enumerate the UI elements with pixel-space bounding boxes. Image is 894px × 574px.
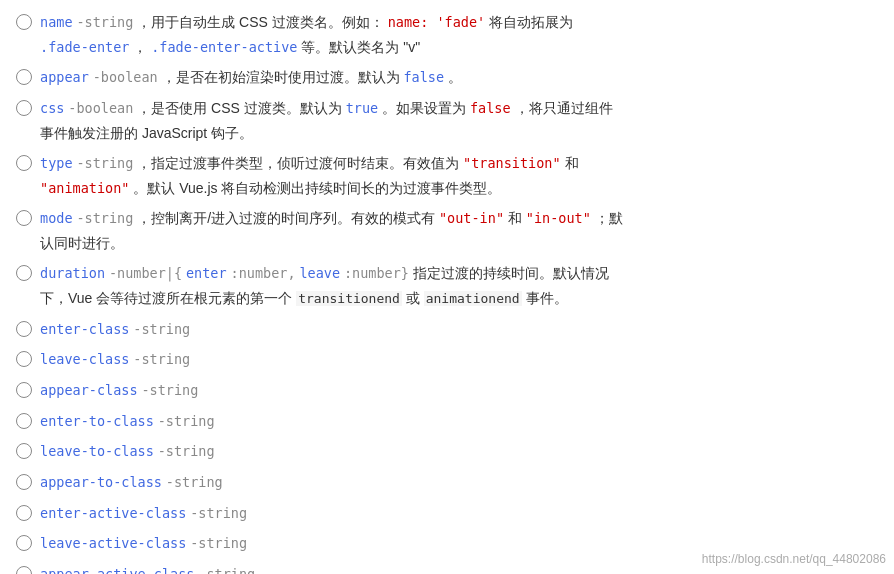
bullet-leave-active-class — [16, 535, 32, 551]
prop-name: name — [40, 14, 73, 30]
bullet-leave-to-class — [16, 443, 32, 459]
prop-appear-class: appear-class — [40, 382, 138, 398]
item-content-name: name -string ，用于自动生成 CSS 过渡类名。例如： name: … — [40, 10, 878, 59]
list-item-enter-class: enter-class -string — [16, 317, 878, 342]
desc-mode2: 和 — [508, 210, 522, 226]
item-content-appear-class: appear-class -string — [40, 378, 878, 403]
type-appear-class: -string — [141, 382, 198, 398]
bullet-enter-active-class — [16, 505, 32, 521]
bullet-leave-class — [16, 351, 32, 367]
list-item-css: css -boolean ，是否使用 CSS 过渡类。默认为 true 。如果设… — [16, 96, 878, 145]
val-animationend: animationend — [424, 291, 522, 306]
class-fade-enter-active: .fade-enter-active — [151, 39, 297, 55]
item-content-appear-to-class: appear-to-class -string — [40, 470, 878, 495]
bullet-duration — [16, 265, 32, 281]
bullet-enter-to-class — [16, 413, 32, 429]
prop-enter-to-class: enter-to-class — [40, 413, 154, 429]
prop-enter-class: enter-class — [40, 321, 129, 337]
item-content-duration: duration -number|{ enter :number, leave … — [40, 261, 878, 310]
bullet-mode — [16, 210, 32, 226]
type-mode: -string — [76, 210, 133, 226]
bullet-type — [16, 155, 32, 171]
val-animation: "animation" — [40, 180, 129, 196]
bullet-appear-active-class — [16, 566, 32, 574]
val-in-out: "in-out" — [526, 210, 591, 226]
watermark: https://blog.csdn.net/qq_44802086 — [702, 552, 886, 566]
item-content-mode: mode -string ，控制离开/进入过渡的时间序列。有效的模式有 "out… — [40, 206, 878, 255]
desc-duration3: 事件。 — [526, 290, 568, 306]
desc-duration2: 或 — [406, 290, 420, 306]
list-item-duration: duration -number|{ enter :number, leave … — [16, 261, 878, 310]
prop-leave-class: leave-class — [40, 351, 129, 367]
type-leave-to-class: -string — [158, 443, 215, 459]
type-enter-active-class: -string — [190, 505, 247, 521]
prop-mode: mode — [40, 210, 73, 226]
type-name: -string — [76, 14, 133, 30]
list-item-leave-to-class: leave-to-class -string — [16, 439, 878, 464]
bullet-css — [16, 100, 32, 116]
list-item-name: name -string ，用于自动生成 CSS 过渡类名。例如： name: … — [16, 10, 878, 59]
example-name: name: 'fade' — [388, 14, 486, 30]
val-transition: "transition" — [463, 155, 561, 171]
item-content-enter-active-class: enter-active-class -string — [40, 501, 878, 526]
list-item-appear: appear -boolean ，是否在初始渲染时使用过渡。默认为 false … — [16, 65, 878, 90]
desc-name: ，用于自动生成 CSS 过渡类名。例如： — [137, 14, 384, 30]
item-content-leave-class: leave-class -string — [40, 347, 878, 372]
val-enter: enter — [186, 265, 227, 281]
val-leave: leave — [299, 265, 340, 281]
type-duration: -number|{ — [109, 265, 182, 281]
class-fade-enter: .fade-enter — [40, 39, 129, 55]
doc-list: name -string ，用于自动生成 CSS 过渡类名。例如： name: … — [16, 10, 878, 574]
prop-type: type — [40, 155, 73, 171]
type-enter-to-class: -string — [158, 413, 215, 429]
list-item-type: type -string ，指定过渡事件类型，侦听过渡何时结束。有效值为 "tr… — [16, 151, 878, 200]
type-appear-active-class: -string — [198, 566, 255, 574]
bullet-appear-class — [16, 382, 32, 398]
desc-css2: 。如果设置为 — [382, 100, 466, 116]
val-transitionend: transitionend — [296, 291, 402, 306]
item-content-css: css -boolean ，是否使用 CSS 过渡类。默认为 true 。如果设… — [40, 96, 878, 145]
type-enter-class: -string — [133, 321, 190, 337]
type-dur3: :number} — [344, 265, 409, 281]
desc-type2: 和 — [565, 155, 579, 171]
val-false: false — [403, 69, 444, 85]
desc-etc: 等。默认类名为 "v" — [301, 39, 420, 55]
prop-enter-active-class: enter-active-class — [40, 505, 186, 521]
prop-css: css — [40, 100, 64, 116]
type-dur2: :number, — [231, 265, 296, 281]
item-content-leave-to-class: leave-to-class -string — [40, 439, 878, 464]
list-item-mode: mode -string ，控制离开/进入过渡的时间序列。有效的模式有 "out… — [16, 206, 878, 255]
type-css: -boolean — [68, 100, 133, 116]
item-content-appear: appear -boolean ，是否在初始渲染时使用过渡。默认为 false … — [40, 65, 878, 90]
bullet-appear-to-class — [16, 474, 32, 490]
type-type: -string — [76, 155, 133, 171]
desc-css1: ，是否使用 CSS 过渡类。默认为 — [137, 100, 342, 116]
desc-type3: 。默认 Vue.js 将自动检测出持续时间长的为过渡事件类型。 — [133, 180, 501, 196]
item-content-enter-to-class: enter-to-class -string — [40, 409, 878, 434]
item-content-enter-class: enter-class -string — [40, 317, 878, 342]
desc-appear: ，是否在初始渲染时使用过渡。默认为 — [162, 69, 400, 85]
prop-duration: duration — [40, 265, 105, 281]
list-item-appear-class: appear-class -string — [16, 378, 878, 403]
list-item-enter-active-class: enter-active-class -string — [16, 501, 878, 526]
type-leave-class: -string — [133, 351, 190, 367]
type-leave-active-class: -string — [190, 535, 247, 551]
prop-appear-to-class: appear-to-class — [40, 474, 162, 490]
bullet-enter-class — [16, 321, 32, 337]
val-true: true — [346, 100, 379, 116]
list-item-leave-class: leave-class -string — [16, 347, 878, 372]
val-out-in: "out-in" — [439, 210, 504, 226]
desc-type1: ，指定过渡事件类型，侦听过渡何时结束。有效值为 — [137, 155, 459, 171]
prop-appear: appear — [40, 69, 89, 85]
type-appear: -boolean — [93, 69, 158, 85]
desc-comma1: ， — [133, 39, 147, 55]
val-false2: false — [470, 100, 511, 116]
desc-mode1: ，控制离开/进入过渡的时间序列。有效的模式有 — [137, 210, 435, 226]
bullet-appear — [16, 69, 32, 85]
type-appear-to-class: -string — [166, 474, 223, 490]
item-content-type: type -string ，指定过渡事件类型，侦听过渡何时结束。有效值为 "tr… — [40, 151, 878, 200]
list-item-enter-to-class: enter-to-class -string — [16, 409, 878, 434]
prop-appear-active-class: appear-active-class — [40, 566, 194, 574]
bullet-name — [16, 14, 32, 30]
prop-leave-to-class: leave-to-class — [40, 443, 154, 459]
